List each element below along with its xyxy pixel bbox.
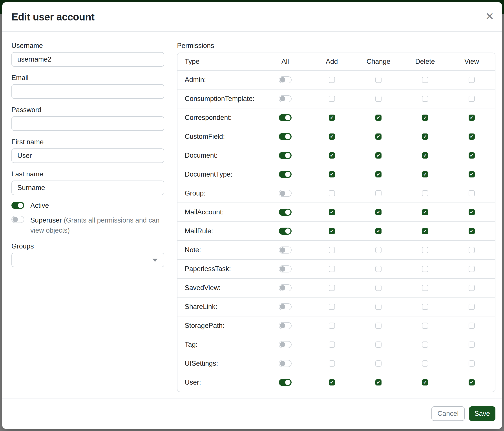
permission-view-checkbox[interactable]: ✔ — [468, 341, 475, 348]
last-name-input[interactable] — [11, 180, 164, 195]
username-input[interactable] — [11, 52, 164, 67]
column-header-all: All — [262, 58, 308, 65]
permission-view-checkbox[interactable]: ✔ — [468, 209, 475, 215]
permission-add-checkbox[interactable]: ✔ — [329, 247, 335, 253]
column-header-view: View — [448, 58, 495, 65]
permission-change-checkbox[interactable]: ✔ — [375, 228, 381, 234]
permission-add-checkbox[interactable]: ✔ — [329, 379, 335, 386]
permission-view-checkbox[interactable]: ✔ — [468, 134, 475, 140]
permission-all-toggle[interactable] — [279, 284, 292, 291]
permission-view-checkbox[interactable]: ✔ — [468, 285, 475, 291]
permission-view-checkbox[interactable]: ✔ — [468, 304, 475, 310]
permission-change-checkbox[interactable]: ✔ — [375, 360, 381, 367]
groups-select[interactable] — [11, 253, 164, 267]
permission-delete-checkbox[interactable]: ✔ — [422, 171, 428, 178]
permission-delete-checkbox[interactable]: ✔ — [422, 209, 428, 215]
permission-change-checkbox[interactable]: ✔ — [375, 96, 381, 102]
permission-add-checkbox[interactable]: ✔ — [329, 134, 335, 140]
active-toggle[interactable] — [11, 202, 24, 209]
permission-all-toggle[interactable] — [279, 379, 292, 386]
permission-row: SavedView: ✔ ✔ ✔ ✔ — [178, 278, 495, 297]
permission-all-toggle[interactable] — [279, 95, 292, 102]
password-input[interactable] — [11, 116, 164, 131]
permission-change-checkbox[interactable]: ✔ — [375, 341, 381, 348]
permission-view-checkbox[interactable]: ✔ — [468, 115, 475, 121]
permission-add-checkbox[interactable]: ✔ — [329, 115, 335, 121]
permission-view-checkbox[interactable]: ✔ — [468, 153, 475, 159]
permission-view-checkbox[interactable]: ✔ — [468, 379, 475, 386]
permission-delete-checkbox[interactable]: ✔ — [422, 323, 428, 329]
permission-delete-checkbox[interactable]: ✔ — [422, 341, 428, 348]
permission-delete-checkbox[interactable]: ✔ — [422, 304, 428, 310]
permission-view-checkbox[interactable]: ✔ — [468, 247, 475, 253]
permission-change-checkbox[interactable]: ✔ — [375, 304, 381, 310]
permission-add-checkbox[interactable]: ✔ — [329, 341, 335, 348]
permission-all-toggle[interactable] — [279, 246, 292, 253]
permission-add-checkbox[interactable]: ✔ — [329, 266, 335, 272]
permission-all-toggle[interactable] — [279, 322, 292, 329]
permission-add-checkbox[interactable]: ✔ — [329, 285, 335, 291]
permission-change-checkbox[interactable]: ✔ — [375, 171, 381, 178]
permission-change-checkbox[interactable]: ✔ — [375, 77, 381, 83]
permission-delete-checkbox[interactable]: ✔ — [422, 228, 428, 234]
permission-add-checkbox[interactable]: ✔ — [329, 304, 335, 310]
permission-all-toggle[interactable] — [279, 114, 292, 121]
close-icon[interactable]: ✕ — [485, 11, 494, 22]
permission-change-checkbox[interactable]: ✔ — [375, 115, 381, 121]
permission-view-checkbox[interactable]: ✔ — [468, 228, 475, 234]
permission-delete-checkbox[interactable]: ✔ — [422, 360, 428, 367]
permission-delete-checkbox[interactable]: ✔ — [422, 190, 428, 196]
permission-add-checkbox[interactable]: ✔ — [329, 190, 335, 196]
email-input[interactable] — [11, 84, 164, 99]
permission-add-checkbox[interactable]: ✔ — [329, 96, 335, 102]
permission-change-checkbox[interactable]: ✔ — [375, 209, 381, 215]
permission-all-toggle[interactable] — [279, 303, 292, 310]
permission-view-checkbox[interactable]: ✔ — [468, 96, 475, 102]
permission-delete-checkbox[interactable]: ✔ — [422, 247, 428, 253]
cancel-button[interactable]: Cancel — [432, 406, 465, 421]
permission-change-checkbox[interactable]: ✔ — [375, 247, 381, 253]
permission-view-checkbox[interactable]: ✔ — [468, 171, 475, 178]
permission-view-checkbox[interactable]: ✔ — [468, 190, 475, 196]
permission-add-checkbox[interactable]: ✔ — [329, 77, 335, 83]
permission-add-checkbox[interactable]: ✔ — [329, 323, 335, 329]
permission-delete-checkbox[interactable]: ✔ — [422, 153, 428, 159]
permission-change-checkbox[interactable]: ✔ — [375, 379, 381, 386]
modal-footer: Cancel Save — [2, 398, 502, 429]
permission-view-checkbox[interactable]: ✔ — [468, 360, 475, 367]
permission-view-checkbox[interactable]: ✔ — [468, 266, 475, 272]
first-name-input[interactable] — [11, 148, 164, 163]
save-button[interactable]: Save — [469, 406, 495, 421]
permission-change-checkbox[interactable]: ✔ — [375, 153, 381, 159]
permission-change-checkbox[interactable]: ✔ — [375, 134, 381, 140]
permission-delete-checkbox[interactable]: ✔ — [422, 379, 428, 386]
permission-view-checkbox[interactable]: ✔ — [468, 77, 475, 83]
permission-view-checkbox[interactable]: ✔ — [468, 323, 475, 329]
permission-all-toggle[interactable] — [279, 171, 292, 178]
permission-delete-checkbox[interactable]: ✔ — [422, 285, 428, 291]
permission-delete-checkbox[interactable]: ✔ — [422, 134, 428, 140]
superuser-toggle[interactable] — [11, 216, 24, 223]
permission-all-toggle[interactable] — [279, 76, 292, 83]
permission-all-toggle[interactable] — [279, 133, 292, 140]
permission-add-checkbox[interactable]: ✔ — [329, 360, 335, 367]
permission-change-checkbox[interactable]: ✔ — [375, 266, 381, 272]
permission-add-checkbox[interactable]: ✔ — [329, 171, 335, 178]
permission-change-checkbox[interactable]: ✔ — [375, 323, 381, 329]
permission-all-toggle[interactable] — [279, 360, 292, 367]
permission-delete-checkbox[interactable]: ✔ — [422, 115, 428, 121]
permission-add-checkbox[interactable]: ✔ — [329, 153, 335, 159]
permission-add-checkbox[interactable]: ✔ — [329, 228, 335, 234]
permission-all-toggle[interactable] — [279, 152, 292, 159]
permission-delete-checkbox[interactable]: ✔ — [422, 77, 428, 83]
permission-add-checkbox[interactable]: ✔ — [329, 209, 335, 215]
permission-all-toggle[interactable] — [279, 265, 292, 272]
permission-all-toggle[interactable] — [279, 341, 292, 348]
permission-all-toggle[interactable] — [279, 228, 292, 235]
permission-all-toggle[interactable] — [279, 190, 292, 197]
permission-change-checkbox[interactable]: ✔ — [375, 190, 381, 196]
permission-all-toggle[interactable] — [279, 209, 292, 216]
permission-delete-checkbox[interactable]: ✔ — [422, 96, 428, 102]
permission-delete-checkbox[interactable]: ✔ — [422, 266, 428, 272]
permission-change-checkbox[interactable]: ✔ — [375, 285, 381, 291]
